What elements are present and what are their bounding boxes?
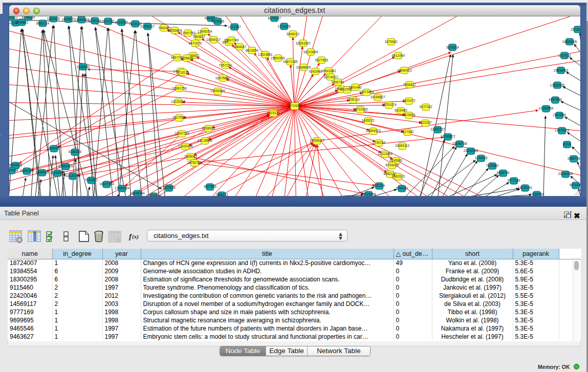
svg-text:9245682: 9245682: [15, 20, 28, 24]
svg-text:15692991: 15692991: [270, 56, 285, 60]
svg-text:10719185: 10719185: [353, 107, 367, 111]
svg-text:16648784: 16648784: [129, 191, 144, 195]
svg-text:1691440: 1691440: [349, 85, 362, 89]
svg-text:12323446: 12323446: [146, 194, 161, 196]
svg-text:18300295: 18300295: [562, 40, 577, 43]
svg-text:9457791: 9457791: [170, 56, 184, 59]
svg-text:2367608: 2367608: [553, 113, 566, 117]
svg-text:16053809: 16053809: [167, 29, 182, 32]
svg-text:12975115: 12975115: [554, 128, 569, 132]
svg-text:19218506: 19218506: [197, 139, 212, 142]
svg-text:2935114: 2935114: [346, 98, 359, 102]
svg-text:10688609: 10688609: [296, 65, 311, 69]
svg-text:22420046: 22420046: [178, 144, 192, 148]
svg-text:7485063: 7485063: [184, 155, 197, 158]
svg-text:21053346: 21053346: [463, 149, 478, 152]
svg-text:8322037: 8322037: [115, 20, 128, 24]
svg-text:16782759: 16782759: [187, 161, 202, 164]
svg-text:6794028: 6794028: [385, 163, 399, 167]
svg-text:8186328: 8186328: [68, 150, 81, 154]
svg-text:11325419: 11325419: [171, 100, 186, 104]
svg-text:1362615: 1362615: [47, 17, 60, 20]
svg-text:9245682: 9245682: [389, 159, 403, 162]
svg-text:6466160: 6466160: [20, 169, 33, 172]
svg-text:1733426: 1733426: [277, 25, 291, 28]
svg-text:7515526: 7515526: [162, 186, 176, 189]
svg-text:1167533: 1167533: [558, 54, 571, 57]
svg-text:9777169: 9777169: [507, 179, 520, 182]
svg-text:13654923: 13654923: [74, 18, 89, 21]
svg-text:13226058: 13226058: [361, 192, 376, 196]
svg-text:19384554: 19384554: [538, 106, 553, 110]
svg-text:12505135: 12505135: [550, 83, 564, 87]
svg-text:1080748: 1080748: [567, 157, 580, 160]
svg-text:7632621: 7632621: [84, 178, 98, 182]
svg-text:17957253: 17957253: [180, 31, 195, 35]
svg-text:10958117: 10958117: [140, 25, 155, 28]
svg-text:9890761: 9890761: [331, 80, 344, 84]
svg-text:15720407: 15720407: [570, 28, 580, 31]
svg-text:12093872: 12093872: [440, 135, 455, 138]
svg-text:252214: 252214: [374, 184, 385, 187]
svg-text:19166827: 19166827: [370, 96, 385, 99]
svg-text:8427552: 8427552: [172, 116, 186, 119]
svg-text:7357224: 7357224: [219, 63, 232, 67]
svg-text:8813054: 8813054: [245, 49, 258, 52]
svg-text:7955812: 7955812: [403, 83, 416, 86]
svg-text:15751074: 15751074: [381, 103, 396, 107]
svg-text:18807249: 18807249: [224, 38, 238, 42]
svg-text:7515526: 7515526: [402, 113, 416, 117]
svg-text:6497568: 6497568: [549, 98, 562, 102]
svg-text:1362615: 1362615: [391, 174, 405, 178]
svg-text:10120746: 10120746: [66, 174, 80, 178]
svg-text:8960124: 8960124: [36, 21, 49, 25]
svg-text:1615132: 1615132: [267, 111, 280, 115]
svg-text:1739154: 1739154: [88, 19, 101, 23]
svg-text:10958117: 10958117: [310, 139, 324, 142]
svg-text:8322037: 8322037: [419, 121, 432, 124]
svg-text:2718126: 2718126: [176, 71, 189, 74]
svg-text:10975867: 10975867: [215, 76, 230, 80]
svg-text:9474444: 9474444: [569, 183, 580, 187]
svg-text:17359934: 17359934: [529, 192, 544, 196]
svg-text:10654112: 10654112: [395, 144, 410, 147]
svg-text:1975692: 1975692: [384, 40, 398, 43]
svg-text:7625402: 7625402: [486, 164, 499, 167]
svg-text:16210643: 16210643: [303, 50, 318, 54]
svg-text:16671355: 16671355: [282, 60, 297, 63]
svg-text:1527602: 1527602: [401, 130, 414, 134]
svg-text:9465546: 9465546: [35, 170, 49, 174]
svg-text:20206536: 20206536: [50, 171, 65, 174]
svg-text:9527505: 9527505: [203, 185, 216, 188]
svg-text:18724007: 18724007: [323, 75, 338, 79]
svg-text:6794028: 6794028: [21, 16, 35, 19]
svg-text:1538520: 1538520: [76, 65, 90, 69]
svg-text:20364436: 20364436: [558, 172, 573, 176]
svg-text:1621072: 1621072: [402, 99, 416, 103]
svg-text:18724007: 18724007: [287, 104, 302, 107]
svg-text:13654923: 13654923: [365, 129, 380, 133]
svg-text:18907243: 18907243: [174, 132, 189, 135]
svg-text:14136141: 14136141: [517, 186, 532, 189]
svg-text:14099489: 14099489: [210, 90, 225, 93]
svg-text:16961758: 16961758: [171, 86, 186, 90]
svg-text:7886372: 7886372: [215, 193, 228, 196]
svg-text:9699695: 9699695: [9, 163, 22, 167]
svg-text:13495764: 13495764: [197, 30, 212, 33]
svg-text:1244415: 1244415: [474, 156, 488, 160]
svg-text:1405572: 1405572: [361, 119, 375, 122]
svg-text:17569284: 17569284: [114, 186, 129, 190]
svg-text:12213369: 12213369: [377, 152, 392, 156]
svg-text:16046738: 16046738: [452, 142, 467, 145]
svg-text:19654983: 19654983: [553, 69, 568, 72]
svg-text:1405572: 1405572: [61, 17, 75, 21]
svg-text:7563822: 7563822: [192, 35, 205, 38]
svg-text:8471676: 8471676: [188, 41, 202, 45]
svg-text:8454749: 8454749: [496, 171, 510, 174]
svg-text:8938923: 8938923: [202, 126, 215, 130]
svg-text:10653267: 10653267: [295, 41, 310, 45]
svg-text:3824514: 3824514: [446, 46, 459, 49]
svg-text:12342737: 12342737: [430, 127, 445, 131]
svg-text:164095: 164095: [48, 146, 59, 150]
svg-text:6479197: 6479197: [268, 16, 281, 20]
